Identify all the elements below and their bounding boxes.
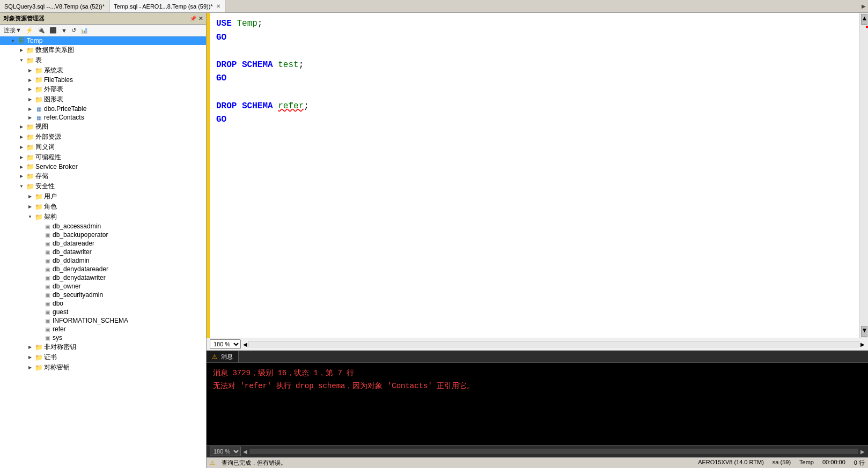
expand-cert[interactable]: ▶ [26,355,34,360]
scroll-h-left[interactable]: ◀ [243,341,247,347]
tree-item-views[interactable]: ▶ 📁 视图 [0,122,206,132]
tree-label-roles: 角色 [44,202,57,211]
expand-sys-tables[interactable]: ▶ [26,68,34,73]
tree-item-schema-dbo[interactable]: ▶ ▣ dbo [0,299,206,308]
expand-ext-tables[interactable]: ▶ [26,87,34,92]
pin-icon[interactable]: 📌 [190,16,196,21]
code-editor[interactable]: USE Temp; GO DROP SCHEMA test; GO DROP S… [210,13,859,338]
results-scroll-left[interactable]: ◀ [243,449,247,455]
tree-label-certificates: 证书 [44,353,57,362]
tab-temp-close[interactable]: ✕ [216,3,220,9]
tree-item-sys-tables[interactable]: ▶ 📁 系统表 [0,65,206,76]
expand-views[interactable]: ▶ [17,124,26,129]
close-panel-icon[interactable]: ✕ [198,16,203,21]
results-scroll-right[interactable]: ▶ [860,449,865,455]
results-horizontal-scrollbar[interactable] [249,449,858,454]
tree-item-schema-sys[interactable]: ▶ ▣ sys [0,333,206,342]
tree-item-certificates[interactable]: ▶ 📁 证书 [0,352,206,362]
expand-asymmetric[interactable]: ▶ [26,345,34,350]
scroll-down-arrow[interactable]: ▼ [861,326,867,337]
expand-security[interactable]: ▼ [17,184,26,189]
editor-scrollbar[interactable]: ▲ ▼ [859,13,868,338]
tree-label-storage: 存储 [35,172,48,181]
expand-schemas[interactable]: ▼ [26,214,34,219]
results-zoom-select[interactable]: 180 % [210,447,241,456]
expand-graph-tables[interactable]: ▶ [26,97,34,102]
toolbar-icon-6[interactable]: 📊 [79,26,90,34]
tree-item-graph-tables[interactable]: ▶ 📁 图形表 [0,94,206,105]
toolbar-icon-1[interactable]: ⚡ [24,26,35,34]
expand-ext-resources[interactable]: ▶ [17,135,26,139]
scroll-up-arrow[interactable]: ▲ [861,14,867,25]
folder-icon-storage: 📁 [26,173,34,180]
expand-refer-contacts[interactable]: ▶ [26,115,34,120]
expand-service-broker[interactable]: ▶ [17,165,26,169]
status-right: AERO15XV8 (14.0 RTM) sa (59) Temp 00:00:… [698,459,865,467]
tab-sqlquery3[interactable]: SQLQuery3.sql --...V8.Temp (sa (52))* [0,0,109,12]
tree-item-storage[interactable]: ▶ 📁 存储 [0,171,206,181]
tree-item-db-diagram[interactable]: ▶ 📁 数据库关系图 [0,45,206,55]
panel-header-icons: 📌 ✕ [190,16,203,21]
expand-db-diagram[interactable]: ▶ [17,48,26,53]
tree-item-schema-db-datawriter[interactable]: ▶ ▣ db_datawriter [0,248,206,256]
results-tab-bar: ⚠ 消息 [207,351,868,363]
tree-item-asymmetric-keys[interactable]: ▶ 📁 非对称密钥 [0,342,206,352]
expand-roles[interactable]: ▶ [26,204,34,209]
tab-bar-spacer [225,0,859,12]
tree-item-schema-db-denydatawriter[interactable]: ▶ ▣ db_denydatawriter [0,273,206,282]
tree-item-schema-refer[interactable]: ▶ ▣ refer [0,325,206,333]
tab-temp[interactable]: Temp.sql - AERO1...8.Temp (sa (59))* ✕ [109,0,225,12]
tree-item-security[interactable]: ▼ 📁 安全性 [0,181,206,191]
tree-item-roles[interactable]: ▶ 📁 角色 [0,202,206,212]
tree-item-file-tables[interactable]: ▶ 📁 FileTables [0,76,206,84]
tree-item-dbo-pricetable[interactable]: ▶ ▦ dbo.PriceTable [0,105,206,113]
zoom-select[interactable]: 180 % 100 % 125 % 150 % 200 % [210,339,241,349]
expand-storage[interactable]: ▶ [17,174,26,179]
expand-sym[interactable]: ▶ [26,365,34,370]
tree-label-asymmetric-keys: 非对称密钥 [44,343,76,352]
tab-temp-label: Temp.sql - AERO1...8.Temp (sa (59))* [114,3,213,10]
tree-item-programmability[interactable]: ▶ 📁 可编程性 [0,152,206,162]
toolbar-icon-4[interactable]: ▼ [60,27,69,34]
expand-users[interactable]: ▶ [26,194,34,199]
tree-item-service-broker[interactable]: ▶ 📁 Service Broker [0,162,206,171]
tree-item-users[interactable]: ▶ 📁 用户 [0,191,206,202]
tree-item-schemas[interactable]: ▼ 📁 架构 [0,212,206,222]
tree-item-schema-db-accessadmin[interactable]: ▶ ▣ db_accessadmin [0,222,206,231]
tree-item-temp[interactable]: ▼ 🗄 Temp [0,36,206,45]
status-server: AERO15XV8 (14.0 RTM) [698,459,764,467]
expand-dbo-price[interactable]: ▶ [26,107,34,112]
expand-tables[interactable]: ▼ [17,58,26,63]
tree-container[interactable]: ▼ 🗄 Temp ▶ 📁 数据库关系图 ▼ 📁 表 [0,36,206,468]
tree-item-ext-resources[interactable]: ▶ 📁 外部资源 [0,132,206,142]
tree-item-schema-db-denydatareader[interactable]: ▶ ▣ db_denydatareader [0,265,206,273]
tree-item-ext-tables[interactable]: ▶ 📁 外部表 [0,84,206,94]
tree-item-schema-db-backupoperator[interactable]: ▶ ▣ db_backupoperator [0,231,206,239]
expand-temp[interactable]: ▼ [9,39,17,43]
toolbar-icon-2[interactable]: 🔌 [36,26,47,34]
tree-label-views: 视图 [35,122,48,131]
tree-item-schema-guest[interactable]: ▶ ▣ guest [0,308,206,316]
tree-item-schema-db-ddladmin[interactable]: ▶ ▣ db_ddladmin [0,256,206,265]
tree-item-schema-db-securityadmin[interactable]: ▶ ▣ db_securityadmin [0,291,206,299]
tab-bar-arrows[interactable]: ▶ [859,0,868,12]
tree-item-schema-information-schema[interactable]: ▶ ▣ INFORMATION_SCHEMA [0,316,206,325]
tree-item-refer-contacts[interactable]: ▶ ▦ refer.Contacts [0,113,206,122]
tree-label-db-owner: db_owner [53,283,81,290]
scroll-h-right[interactable]: ▶ [860,341,865,347]
horizontal-scrollbar[interactable] [248,341,859,347]
results-tab-messages[interactable]: ⚠ 消息 [207,351,239,362]
tree-item-schema-db-owner[interactable]: ▶ ▣ db_owner [0,282,206,291]
folder-icon-schemas: 📁 [34,213,43,221]
connect-button[interactable]: 连接▼ [2,26,23,35]
toolbar-icon-3[interactable]: ⬛ [48,26,58,34]
expand-programmability[interactable]: ▶ [17,155,26,160]
tree-item-synonyms[interactable]: ▶ 📁 同义词 [0,142,206,152]
toolbar-icon-5[interactable]: ↺ [70,26,78,34]
tree-item-tables[interactable]: ▼ 📁 表 [0,55,206,65]
expand-synonyms[interactable]: ▶ [17,145,26,150]
tree-item-symmetric-keys[interactable]: ▶ 📁 对称密钥 [0,362,206,373]
tree-label-db-denydatareader: db_denydatareader [53,265,108,273]
tree-item-schema-db-datareader[interactable]: ▶ ▣ db_datareader [0,239,206,248]
expand-file-tables[interactable]: ▶ [26,78,34,83]
